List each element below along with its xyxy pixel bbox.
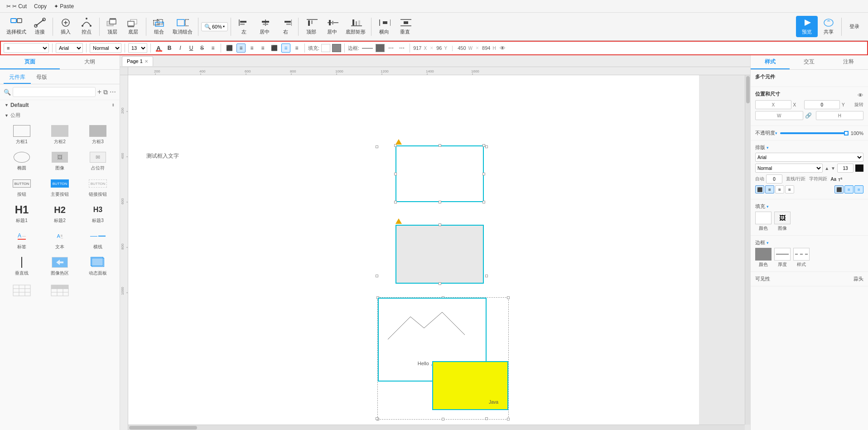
font-style-right[interactable]: Normal (755, 164, 823, 173)
font-family-right[interactable]: Arial (755, 153, 863, 162)
subtab-masters[interactable]: 母版 (31, 72, 53, 84)
outer-handle-mr[interactable] (485, 275, 488, 277)
cut-menu[interactable]: ✂ ✂ Cut (4, 2, 29, 10)
border-color-swatch[interactable] (376, 44, 385, 52)
text-align-right[interactable]: ≡ (775, 185, 784, 193)
comp-table2[interactable] (42, 282, 78, 300)
list-button[interactable]: ≡ (208, 43, 217, 53)
comp-rect2[interactable]: 方框2 (42, 122, 78, 147)
handle-go-bm[interactable] (442, 418, 444, 420)
text-align-center[interactable]: ≡ (765, 185, 774, 193)
align-right-text-button[interactable]: ≡ (247, 43, 256, 53)
connect-button[interactable]: 连接 (30, 16, 50, 37)
auto-input[interactable] (766, 174, 782, 184)
select-mode-button[interactable]: 选择模式 (4, 16, 29, 37)
copy-components-icon[interactable]: ⧉ (103, 88, 108, 96)
y-input[interactable] (804, 100, 840, 109)
border-style-option[interactable]: 样式 (793, 248, 810, 268)
comp-h2[interactable]: H2 标题2 (42, 201, 78, 226)
comp-text[interactable]: A≡ 文本 (42, 227, 78, 252)
text-valign-bottom[interactable]: ≡ (854, 185, 863, 193)
align-right-button[interactable]: 右 (275, 16, 295, 37)
comp-ellipse[interactable]: 椭圆 (4, 149, 40, 173)
outer-handle-tl[interactable] (376, 145, 378, 148)
shape-rect-top[interactable] (395, 145, 484, 202)
insert-button[interactable]: 插入 (56, 16, 76, 37)
add-icon[interactable]: + (97, 88, 101, 96)
comp-rect1[interactable]: 方框1 (4, 122, 40, 147)
font-color-swatch[interactable] (855, 164, 863, 172)
distribute-h-button[interactable]: 横向 (374, 16, 394, 37)
tab-close-button[interactable]: ✕ (145, 59, 148, 64)
handle2-top-center[interactable] (439, 223, 441, 226)
canvas-wrapper[interactable]: 200 400 600 800 1000 1200 1400 1600 (120, 67, 750, 430)
align-justify-text-button[interactable]: ≡ (258, 43, 267, 53)
scrollbar-h-thumb[interactable] (129, 426, 197, 430)
italic-button[interactable]: I (176, 43, 185, 53)
font-family-select[interactable]: Arial (56, 43, 83, 53)
superscript-icon[interactable]: Ts (838, 176, 842, 182)
comp-h3[interactable]: H3 标题3 (80, 201, 116, 226)
comp-rect3[interactable]: 方框3 (80, 122, 116, 147)
text-valign-top[interactable]: ⬛ (834, 185, 844, 193)
bold-button[interactable]: B (165, 43, 174, 53)
handle-bottom-right[interactable] (482, 201, 485, 203)
font-style-down[interactable]: ▼ (831, 166, 835, 171)
comp-table1[interactable] (4, 282, 40, 300)
comp-dynamic-panel[interactable]: 动态面板 (80, 254, 116, 278)
handle-bottom-center[interactable] (439, 201, 441, 203)
x-input[interactable] (755, 100, 791, 109)
outer-handle-bbl[interactable] (376, 417, 378, 420)
copy-menu[interactable]: Copy (31, 2, 49, 10)
font-style-up[interactable]: ▲ (825, 166, 829, 171)
comp-primary-button[interactable]: BUTTON 主要按钮 (42, 175, 78, 199)
font-size-right[interactable] (837, 164, 854, 173)
handle-mid-right[interactable] (482, 173, 485, 175)
comp-button[interactable]: BUTTON 按钮 (4, 175, 40, 199)
handle2-bottom-center[interactable] (439, 282, 441, 285)
shape-group-outer[interactable]: Hello，World Java (377, 297, 509, 420)
paste-menu[interactable]: ✦ Paste (51, 2, 77, 10)
zoom-control[interactable]: 🔍 60% ▾ (201, 22, 228, 31)
visibility-toggle[interactable]: 👁 (500, 45, 506, 52)
border-style-button[interactable]: ⋯ (386, 43, 395, 53)
scrollbar-horizontal[interactable] (128, 425, 745, 430)
outer-handle-tr[interactable] (485, 145, 488, 148)
style-select[interactable]: ≡ (4, 43, 49, 53)
w-input[interactable] (755, 111, 803, 120)
font-style-select[interactable]: Normal (90, 43, 121, 53)
top-layer-button[interactable]: 顶层 (102, 16, 122, 37)
opacity-slider[interactable] (780, 132, 846, 134)
share-button[interactable]: 共享 (819, 16, 839, 37)
fill-dark-swatch[interactable] (332, 44, 341, 52)
border-color-option[interactable]: 颜色 (755, 248, 772, 268)
comp-link-button[interactable]: BUTTON 链接按钮 (80, 175, 116, 199)
handle-bottom-left[interactable] (394, 201, 397, 203)
tab-outline[interactable]: 大纲 (60, 55, 120, 69)
handle-go-br[interactable] (507, 418, 510, 420)
control-point-button[interactable]: 控点 (77, 16, 96, 37)
position-visibility-icon[interactable]: 👁 (858, 92, 863, 99)
align-center-button[interactable]: 居中 (255, 16, 275, 37)
text-align-justify[interactable]: ≡ (785, 185, 794, 193)
comp-label[interactable]: A— 标签 (4, 227, 40, 252)
bottom-layer-button[interactable]: 底层 (123, 16, 143, 37)
handle-top-center[interactable] (439, 144, 441, 147)
comp-hotspot[interactable]: 图像热区 (42, 254, 78, 278)
subtab-components[interactable]: 元件库 (4, 72, 31, 84)
border-thickness-option[interactable]: 厚度 (774, 248, 791, 268)
align-center-text-button[interactable]: ≡ (236, 43, 246, 53)
fill-image-option[interactable]: 🖼 图像 (774, 212, 791, 232)
border-width-button[interactable]: ⋯ (397, 43, 406, 53)
tab-page[interactable]: 页面 (0, 55, 60, 69)
align-middle-button[interactable]: 居中 (322, 16, 342, 37)
canvas-tab-page1[interactable]: Page 1 ✕ (122, 56, 153, 66)
strikethrough-button[interactable]: S (198, 43, 207, 53)
outer-handle-bbr[interactable] (485, 417, 488, 420)
comp-line[interactable]: 横线 (80, 227, 116, 252)
text-align-left[interactable]: ⬛ (755, 185, 764, 193)
fill-color-swatch[interactable] (321, 44, 330, 52)
underline-button[interactable]: U (187, 43, 196, 53)
align-top-button[interactable]: 顶部 (301, 16, 321, 37)
align-left-text-button[interactable]: ⬛ (224, 43, 235, 53)
